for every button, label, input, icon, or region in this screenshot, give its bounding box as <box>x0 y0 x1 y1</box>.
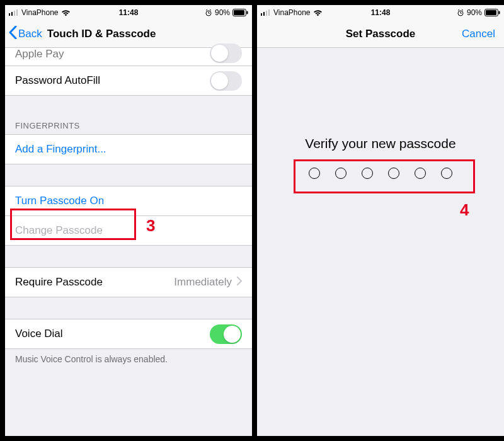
row-apple-pay[interactable]: Apple Pay <box>5 47 252 66</box>
toggle-apple-pay[interactable] <box>210 43 242 63</box>
svg-line-20 <box>462 9 463 11</box>
cancel-button[interactable]: Cancel <box>462 28 495 40</box>
chevron-left-icon <box>9 26 17 42</box>
svg-rect-12 <box>261 13 262 16</box>
battery-icon <box>232 9 248 16</box>
passcode-dot <box>415 168 426 179</box>
add-fingerprint-label: Add a Fingerprint... <box>15 143 106 156</box>
battery-icon <box>484 9 500 16</box>
verify-title: Verify your new passcode <box>257 136 504 151</box>
password-autofill-label: Password AutoFill <box>15 74 100 87</box>
svg-line-7 <box>206 9 207 11</box>
toggle-voice-dial[interactable] <box>210 324 242 344</box>
back-button[interactable]: Back <box>9 26 42 42</box>
svg-line-19 <box>458 9 459 11</box>
row-add-fingerprint[interactable]: Add a Fingerprint... <box>5 134 252 164</box>
svg-line-8 <box>210 9 211 11</box>
svg-rect-13 <box>263 12 265 16</box>
status-bar: VinaPhone 11:48 90% <box>5 5 252 20</box>
change-passcode-label: Change Passcode <box>15 224 103 237</box>
settings-content: Apple Pay Password AutoFill FINGERPRINTS… <box>5 47 252 369</box>
fingerprints-header: FINGERPRINTS <box>5 117 252 134</box>
turn-passcode-on-label: Turn Passcode On <box>15 195 104 207</box>
svg-rect-0 <box>9 13 10 16</box>
battery-percent: 90% <box>215 8 230 17</box>
svg-rect-14 <box>266 11 267 16</box>
svg-rect-1 <box>11 12 13 16</box>
passcode-dot <box>388 168 399 179</box>
wifi-icon <box>313 9 323 16</box>
passcode-dot <box>309 168 320 179</box>
step-number-4: 4 <box>460 200 469 220</box>
back-label: Back <box>18 28 42 40</box>
clock: 11:48 <box>119 8 139 17</box>
passcode-dot <box>441 168 452 179</box>
voice-dial-footer: Music Voice Control is always enabled. <box>5 349 252 369</box>
signal-icon <box>9 9 19 16</box>
svg-rect-15 <box>268 9 270 16</box>
page-title: Set Passcode <box>346 28 416 40</box>
svg-rect-2 <box>14 11 15 16</box>
svg-rect-11 <box>247 11 248 14</box>
wifi-icon <box>61 9 71 16</box>
row-require-passcode[interactable]: Require Passcode Immediately <box>5 267 252 297</box>
voice-dial-label: Voice Dial <box>15 328 63 340</box>
alarm-icon <box>457 9 464 16</box>
chevron-right-icon <box>237 276 242 289</box>
passcode-dots[interactable] <box>257 168 504 179</box>
nav-bar: Set Passcode Cancel <box>257 20 504 48</box>
require-passcode-value: Immediately <box>174 276 232 289</box>
svg-rect-3 <box>16 9 18 16</box>
svg-rect-10 <box>234 10 244 15</box>
toggle-password-autofill[interactable] <box>210 71 242 91</box>
row-turn-passcode-on[interactable]: Turn Passcode On <box>5 186 252 216</box>
screen-set-passcode: VinaPhone 11:48 90% Set Passcode Cancel … <box>257 5 504 436</box>
require-passcode-label: Require Passcode <box>15 276 103 289</box>
carrier-label: VinaPhone <box>273 8 311 17</box>
battery-percent: 90% <box>467 8 482 17</box>
carrier-label: VinaPhone <box>21 8 59 17</box>
apple-pay-label: Apple Pay <box>15 48 64 60</box>
clock: 11:48 <box>371 8 391 17</box>
page-title: Touch ID & Passcode <box>47 28 156 40</box>
signal-icon <box>261 9 271 16</box>
row-change-passcode: Change Passcode <box>5 215 252 246</box>
svg-rect-22 <box>486 10 496 15</box>
screen-touchid-passcode: VinaPhone 11:48 90% Back Touch ID & Pass… <box>5 5 252 436</box>
passcode-dot <box>335 168 346 179</box>
passcode-dot <box>362 168 373 179</box>
svg-rect-23 <box>499 11 500 14</box>
set-passcode-content: Verify your new passcode <box>257 48 504 179</box>
status-bar: VinaPhone 11:48 90% <box>257 5 504 20</box>
row-password-autofill[interactable]: Password AutoFill <box>5 66 252 96</box>
row-voice-dial[interactable]: Voice Dial <box>5 319 252 349</box>
alarm-icon <box>205 9 212 16</box>
